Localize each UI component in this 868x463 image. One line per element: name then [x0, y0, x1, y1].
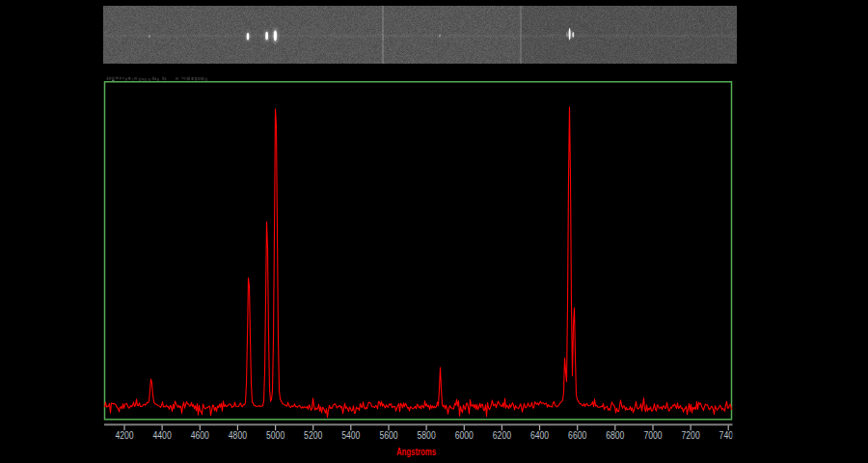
svg-text:6800: 6800 [606, 430, 625, 441]
svg-text:5600: 5600 [379, 430, 398, 441]
svg-text:6200: 6200 [493, 430, 512, 441]
svg-text:5000: 5000 [266, 430, 285, 441]
svg-text:4800: 4800 [229, 430, 248, 441]
svg-text:6400: 6400 [530, 430, 550, 441]
svg-text:4600: 4600 [191, 430, 210, 441]
svg-text:6000: 6000 [455, 430, 475, 441]
svg-text:7200: 7200 [682, 430, 701, 441]
svg-text:5200: 5200 [304, 430, 323, 441]
svg-text:6600: 6600 [568, 430, 587, 441]
svg-text:5800: 5800 [418, 430, 437, 441]
svg-text:Angstroms: Angstroms [396, 447, 436, 457]
svg-text:5400: 5400 [341, 430, 361, 441]
svg-text:4400: 4400 [153, 430, 173, 441]
svg-text:7000: 7000 [643, 430, 663, 441]
svg-text:4200: 4200 [115, 430, 134, 441]
